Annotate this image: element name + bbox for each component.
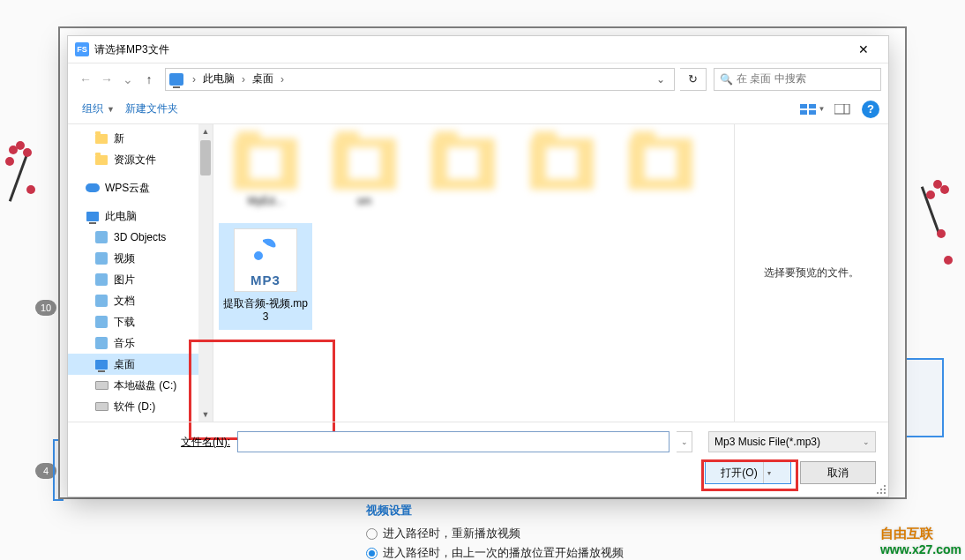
dialog-title: 请选择MP3文件 <box>94 42 846 57</box>
scroll-down-icon[interactable]: ▼ <box>198 407 213 422</box>
disk-icon <box>94 400 108 413</box>
tree-item-label: 桌面 <box>114 357 135 372</box>
file-open-dialog: FS 请选择MP3文件 ✕ ← → ⌄ ↑ › 此电脑 › 桌面 › ⌄ ↻ 🔍… <box>67 35 889 497</box>
folder-label: om <box>357 195 372 209</box>
cancel-button[interactable]: 取消 <box>800 461 876 484</box>
back-button[interactable]: ← <box>75 69 96 90</box>
folder-icon <box>431 138 495 190</box>
tree-item-[interactable]: 图片 <box>68 269 213 290</box>
cloud-icon <box>86 182 100 194</box>
preview-pane: 选择要预览的文件。 <box>734 124 888 422</box>
tree-item-[interactable]: 桌面 <box>68 354 213 375</box>
tree-item-label: WPS云盘 <box>105 181 150 196</box>
tree-item-label: 新 <box>114 131 124 146</box>
folder-item[interactable] <box>614 133 707 214</box>
tree-item-label: 3D Objects <box>114 231 166 243</box>
svg-rect-0 <box>800 104 807 108</box>
scroll-thumb[interactable] <box>200 140 211 175</box>
folder-item[interactable]: MyEd... <box>219 133 312 214</box>
filetype-select[interactable]: Mp3 Music File(*.mp3) ⌄ <box>708 431 876 452</box>
generic-icon <box>94 252 108 265</box>
tree-item-c[interactable]: 本地磁盘 (C:) <box>68 375 213 396</box>
breadcrumb-this-pc[interactable]: 此电脑 <box>199 71 238 86</box>
dialog-footer: 文件名(N): ⌄ Mp3 Music File(*.mp3) ⌄ 打开(O) … <box>68 422 888 497</box>
file-label: 提取音频-视频.mp3 <box>221 297 310 325</box>
chevron-down-icon: ▼ <box>107 105 115 114</box>
app-icon: FS <box>75 42 89 56</box>
radio-unchecked-icon <box>366 528 378 540</box>
breadcrumb-bar[interactable]: › 此电脑 › 桌面 › ⌄ <box>165 68 675 91</box>
watermark: 自由互联 www.x27.com <box>880 526 961 556</box>
watermark-en: www.x27.com <box>880 542 961 556</box>
open-button-label: 打开(O) <box>721 466 757 481</box>
breadcrumb-sep: › <box>238 73 249 86</box>
search-input[interactable]: 🔍 在 桌面 中搜索 <box>714 68 881 91</box>
video-option-label: 进入路径时，由上一次的播放位置开始播放视频 <box>383 545 624 560</box>
breadcrumb-desktop[interactable]: 桌面 <box>249 71 277 86</box>
tree-item-label: 图片 <box>114 273 135 287</box>
filename-history-dropdown[interactable]: ⌄ <box>677 431 692 452</box>
video-settings-header: 视频设置 <box>366 503 624 519</box>
tree-item-[interactable]: 此电脑 <box>68 205 213 227</box>
help-button[interactable]: ? <box>862 101 879 118</box>
video-option-restart[interactable]: 进入路径时，重新播放视频 <box>366 524 624 543</box>
tree-item-[interactable]: 文档 <box>68 290 213 311</box>
radio-checked-icon <box>366 548 378 559</box>
tree-item-[interactable]: 下载 <box>68 311 213 332</box>
refresh-button[interactable]: ↻ <box>680 68 707 91</box>
generic-icon <box>94 273 108 286</box>
organize-menu[interactable]: 组织 ▼ <box>77 98 120 120</box>
chevron-down-icon: ▼ <box>819 105 826 113</box>
navigation-tree: 新资源文件WPS云盘此电脑3D Objects视频图片文档下载音乐桌面本地磁盘 … <box>68 124 213 422</box>
tree-item-3dobjects[interactable]: 3D Objects <box>68 227 213 248</box>
video-option-resume[interactable]: 进入路径时，由上一次的播放位置开始播放视频 <box>366 543 624 560</box>
pc-icon <box>94 358 108 370</box>
tree-scrollbar[interactable]: ▲ ▼ <box>198 124 213 422</box>
mp3-file-icon: MP3 <box>234 228 297 292</box>
tree-item-label: 下载 <box>114 315 135 330</box>
tree-item-[interactable]: 音乐 <box>68 332 213 354</box>
scroll-up-icon[interactable]: ▲ <box>198 124 213 138</box>
file-item-mp3[interactable]: MP3 提取音频-视频.mp3 <box>219 223 312 330</box>
file-list[interactable]: MyEd...om MP3 提取音频-视频.mp3 <box>213 124 734 422</box>
resize-grip[interactable] <box>875 483 886 494</box>
close-button[interactable]: ✕ <box>846 37 881 62</box>
tree-item-label: 此电脑 <box>105 209 137 224</box>
recent-locations-button[interactable]: ⌄ <box>117 69 138 90</box>
tree-item-d[interactable]: 软件 (D:) <box>68 396 213 417</box>
organize-label: 组织 <box>82 101 103 116</box>
dialog-body: 新资源文件WPS云盘此电脑3D Objects视频图片文档下载音乐桌面本地磁盘 … <box>68 124 888 422</box>
tree-item-label: 音乐 <box>114 336 135 351</box>
up-button[interactable]: ↑ <box>138 69 160 90</box>
svg-rect-1 <box>809 104 816 108</box>
folder-icon <box>94 153 108 166</box>
search-icon: 🔍 <box>720 73 733 86</box>
filename-label: 文件名(N): <box>80 435 230 450</box>
folder-label: MyEd... <box>248 195 284 209</box>
new-folder-button[interactable]: 新建文件夹 <box>120 98 183 120</box>
generic-icon <box>94 316 108 328</box>
watermark-cn: 自由互联 <box>880 526 961 542</box>
forward-button[interactable]: → <box>96 69 117 90</box>
breadcrumb-dropdown[interactable]: ⌄ <box>651 73 670 86</box>
filename-input[interactable] <box>237 431 670 452</box>
svg-rect-4 <box>834 104 849 114</box>
tree-item-[interactable]: 资源文件 <box>68 149 213 170</box>
folder-item[interactable] <box>416 133 510 214</box>
search-placeholder: 在 桌面 中搜索 <box>737 71 806 86</box>
open-button[interactable]: 打开(O) ▾ <box>705 461 791 484</box>
folder-icon <box>333 138 396 190</box>
tree-item-[interactable]: 新 <box>68 128 213 149</box>
folder-icon <box>94 132 108 145</box>
view-mode-button[interactable]: ▼ <box>798 98 827 121</box>
open-button-dropdown[interactable]: ▾ <box>763 462 775 483</box>
folder-icon <box>234 138 297 190</box>
tree-item-wps[interactable]: WPS云盘 <box>68 177 213 198</box>
svg-rect-2 <box>800 110 807 115</box>
folder-item[interactable]: om <box>318 133 411 214</box>
folder-item[interactable] <box>515 133 609 214</box>
preview-pane-button[interactable] <box>828 98 857 121</box>
folder-icon <box>530 138 594 190</box>
generic-icon <box>94 295 108 307</box>
tree-item-[interactable]: 视频 <box>68 248 213 269</box>
